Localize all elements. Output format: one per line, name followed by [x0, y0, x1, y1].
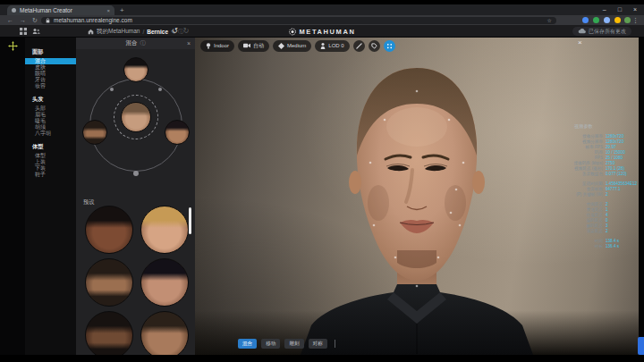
blend-node-dot[interactable]	[133, 171, 139, 176]
nav-item-blend[interactable]: 混合	[25, 58, 76, 64]
face-guides-toggle[interactable]	[384, 40, 395, 52]
hair-preview-button[interactable]	[369, 40, 380, 52]
community-icon[interactable]	[32, 28, 40, 35]
nav-item-eyebrows[interactable]: 眉毛	[25, 112, 76, 118]
window-close-icon[interactable]: ×	[633, 4, 637, 15]
blend-circle[interactable]	[76, 49, 195, 201]
blend-current-face-thumb[interactable]	[121, 102, 151, 132]
back-icon[interactable]: ←	[7, 15, 13, 25]
viewport-toolbar: Indoor 自动 Medium LOD 0	[200, 39, 395, 52]
preset-thumb[interactable]	[140, 258, 189, 307]
sculpt-mode-bar: 混合 移动 雕刻 对称	[238, 339, 335, 349]
blend-preset-thumb-top[interactable]	[123, 57, 148, 82]
quality-icon	[278, 43, 284, 49]
url-input[interactable]: metahuman.unrealengine.com ☆	[41, 17, 556, 24]
nav-item-eyes[interactable]: 眼睛	[25, 71, 76, 77]
profile-avatar[interactable]	[624, 17, 631, 23]
lod-label: LOD 0	[328, 43, 343, 48]
window-minimize-icon[interactable]: –	[603, 4, 606, 15]
browser-menu-icon[interactable]: ⋮	[632, 15, 639, 25]
tag-icon	[371, 43, 377, 49]
stats-title: 视频参数	[562, 123, 635, 130]
lod-person-icon	[320, 43, 326, 49]
presets-title: 预设	[83, 198, 95, 206]
nav-section-hair: 头发	[25, 96, 76, 104]
nav-item-teeth[interactable]: 牙齿	[25, 77, 76, 83]
nav-item-skin[interactable]: 皮肤	[25, 64, 76, 71]
favicon	[12, 8, 16, 13]
left-toolbar-strip	[0, 38, 25, 355]
stats-overlay: 视频参数 接收分辨率1280x720 视频分辨率1280x720 帧率 FPS2…	[562, 123, 635, 249]
viewport[interactable]: Indoor 自动 Medium LOD 0	[195, 38, 639, 355]
saved-status-pill: 已保存所有更改	[572, 27, 631, 36]
lod-pill[interactable]: LOD 0	[315, 40, 349, 52]
move-gizmo-icon[interactable]	[8, 41, 18, 51]
feedback-tab[interactable]	[638, 337, 644, 355]
breadcrumb-root[interactable]: 我的MetaHuman	[97, 28, 140, 36]
nav-item-mustache[interactable]: 八字胡	[25, 130, 76, 137]
home-icon[interactable]	[88, 29, 94, 35]
tool-close-icon[interactable]: ×	[578, 38, 582, 46]
redo-icon[interactable]: ↻	[183, 25, 190, 38]
extension-icon[interactable]	[582, 17, 589, 23]
quality-pill[interactable]: Medium	[273, 40, 311, 52]
tab-title: MetaHuman Creator	[20, 7, 72, 13]
bookmark-star-icon[interactable]: ☆	[547, 17, 552, 23]
layout-grid-icon[interactable]	[20, 28, 27, 35]
panel-info-icon[interactable]: ⓘ	[140, 39, 146, 47]
nav-item-body[interactable]: 体型	[25, 153, 76, 159]
right-letterbox	[639, 38, 644, 355]
extension-icon[interactable]	[604, 17, 610, 23]
panel-close-icon[interactable]: ×	[187, 38, 191, 49]
blend-node-dot[interactable]	[158, 88, 162, 91]
breadcrumb: 我的MetaHuman / Bernice ✎ ⓘ	[88, 25, 183, 38]
nav-section-body: 体型	[25, 143, 76, 151]
blend-preset-thumb-right[interactable]	[165, 120, 190, 145]
metahuman-logo: METAHUMAN	[288, 25, 355, 38]
nav-item-makeup[interactable]: 妆容	[25, 83, 76, 89]
reload-icon[interactable]: ↻	[32, 15, 38, 25]
clay-preview-button[interactable]	[353, 40, 365, 52]
blend-preset-thumb-left[interactable]	[82, 120, 107, 145]
window-maximize-icon[interactable]: □	[618, 4, 622, 15]
nav-item-head-hair[interactable]: 头部	[25, 105, 76, 112]
metahuman-gear-icon	[288, 28, 296, 36]
presets-scrollbar[interactable]	[189, 207, 191, 234]
preset-thumb[interactable]	[85, 206, 133, 254]
nav-item-tops[interactable]: 上装	[25, 159, 76, 165]
mode-blend-button[interactable]: 混合	[238, 339, 257, 349]
new-tab-button[interactable]: +	[120, 6, 124, 14]
app-header: 我的MetaHuman / Bernice ✎ ⓘ ↺ ↻ METAHUMAN …	[0, 25, 644, 38]
extension-icon[interactable]	[614, 17, 621, 23]
extension-icons[interactable]	[582, 17, 621, 23]
preset-thumb[interactable]	[140, 206, 189, 254]
mode-symmetry-button[interactable]: 对称	[309, 339, 327, 349]
preset-thumb[interactable]	[140, 311, 189, 355]
blend-node-dot[interactable]	[110, 88, 114, 91]
environment-pill[interactable]: Indoor	[200, 40, 234, 52]
bottom-letterbox	[0, 355, 644, 362]
nav-item-beard[interactable]: 胡须	[25, 124, 76, 130]
mode-move-button[interactable]: 移动	[261, 339, 280, 349]
nav-item-shoes[interactable]: 鞋子	[25, 172, 76, 178]
sidebar-nav: 面部 混合 皮肤 眼睛 牙齿 妆容 头发 头部 眉毛 睫毛 胡须 八字胡 体型 …	[25, 38, 76, 355]
nav-item-bottoms[interactable]: 下装	[25, 165, 76, 172]
browser-tab[interactable]: MetaHuman Creator ×	[7, 5, 114, 15]
brush-icon	[356, 43, 362, 49]
environment-label: Indoor	[214, 43, 229, 48]
mode-separator	[335, 340, 335, 348]
nav-item-eyelashes[interactable]: 睫毛	[25, 118, 76, 124]
nav-section-face: 面部	[25, 48, 76, 56]
extension-icon[interactable]	[593, 17, 599, 23]
browser-address-bar: ← → ↻ metahuman.unrealengine.com ☆ ⋮	[0, 15, 644, 25]
forward-icon[interactable]: →	[20, 15, 26, 25]
character-name: Bernice	[147, 29, 168, 35]
browser-tab-bar: MetaHuman Creator × + – □ ×	[0, 4, 644, 15]
tab-close-icon[interactable]: ×	[106, 8, 110, 13]
undo-icon[interactable]: ↺	[172, 25, 178, 38]
camera-pill[interactable]: 自动	[238, 40, 269, 52]
mode-sculpt-button[interactable]: 雕刻	[284, 339, 303, 349]
lightbulb-icon	[206, 43, 211, 49]
preset-thumb[interactable]	[85, 258, 133, 307]
preset-thumb[interactable]	[85, 311, 133, 355]
